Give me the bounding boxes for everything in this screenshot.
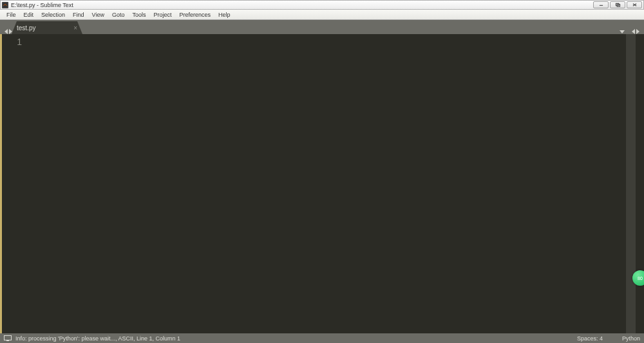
tab-forward-icon[interactable]	[9, 29, 12, 34]
menu-project[interactable]: Project	[149, 10, 175, 19]
window-controls	[593, 1, 643, 8]
tab-scroll-left-icon[interactable]	[632, 29, 635, 34]
menu-view[interactable]: View	[88, 10, 108, 19]
menu-selection[interactable]: Selection	[37, 10, 69, 19]
menu-help[interactable]: Help	[214, 10, 234, 19]
tab-label: test.py	[17, 24, 35, 32]
tab-history-nav	[4, 29, 13, 34]
menu-file[interactable]: File	[3, 10, 20, 19]
code-area[interactable]	[27, 34, 626, 333]
menu-bar: File Edit Selection Find View Goto Tools…	[0, 10, 644, 20]
menu-goto[interactable]: Goto	[108, 10, 129, 19]
badge-text: 80	[638, 276, 643, 281]
menu-preferences[interactable]: Preferences	[175, 10, 214, 19]
close-button[interactable]	[627, 1, 642, 8]
tab-back-icon[interactable]	[5, 29, 8, 34]
editor: 1	[0, 34, 644, 333]
status-syntax[interactable]: Python	[622, 335, 640, 342]
tab-dropdown-icon[interactable]	[620, 30, 625, 33]
status-indent[interactable]: Spaces: 4	[577, 335, 603, 342]
line-number: 1	[2, 37, 22, 47]
line-gutter: 1	[0, 34, 27, 333]
window-titlebar: E:\test.py - Sublime Text	[0, 0, 644, 10]
app-icon	[2, 2, 8, 8]
tab-overflow-controls	[619, 29, 640, 34]
console-icon[interactable]	[4, 335, 12, 341]
menu-find[interactable]: Find	[69, 10, 88, 19]
window-title: E:\test.py - Sublime Text	[11, 2, 73, 8]
close-icon[interactable]: ×	[64, 24, 77, 32]
maximize-button[interactable]	[610, 1, 625, 8]
vertical-scrollbar[interactable]	[626, 34, 635, 333]
status-message: Info: processing 'Python': please wait..…	[15, 335, 180, 342]
minimize-button[interactable]	[593, 1, 609, 8]
floating-badge[interactable]: 80	[632, 270, 644, 286]
svg-rect-0	[3, 3, 7, 6]
menu-tools[interactable]: Tools	[128, 10, 149, 19]
menu-edit[interactable]: Edit	[20, 10, 38, 19]
tab-test-py[interactable]: test.py ×	[12, 21, 82, 34]
svg-rect-6	[5, 336, 12, 340]
tab-scroll-right-icon[interactable]	[636, 29, 639, 34]
tab-bar: test.py ×	[0, 20, 644, 34]
status-bar: Info: processing 'Python': please wait..…	[0, 333, 644, 343]
minimap[interactable]	[635, 34, 644, 333]
